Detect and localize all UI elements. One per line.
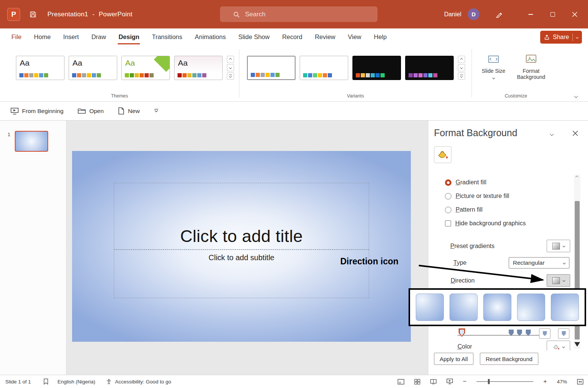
direction-option-from-top-left[interactable] bbox=[416, 294, 444, 321]
variant-1[interactable] bbox=[247, 56, 296, 80]
palette-swatch bbox=[92, 73, 96, 77]
palette-swatch bbox=[87, 73, 91, 77]
picture-texture-fill-option[interactable]: Picture or texture fill bbox=[445, 192, 509, 200]
variant-palette bbox=[409, 73, 437, 77]
themes-more-button[interactable] bbox=[227, 72, 234, 80]
preset-gradients-dropdown[interactable] bbox=[547, 240, 570, 252]
slide-size-button[interactable]: Slide Size bbox=[481, 53, 506, 80]
tab-record[interactable]: Record bbox=[282, 28, 302, 46]
scroll-up-icon[interactable] bbox=[575, 176, 578, 178]
search-box[interactable]: Search bbox=[220, 6, 377, 22]
pen-icon[interactable] bbox=[496, 11, 503, 18]
zoom-out-button[interactable]: − bbox=[463, 378, 467, 385]
slide-editing-surface[interactable]: Click to add title Click to add subtitle bbox=[72, 151, 411, 342]
hide-background-graphics-option[interactable]: Hide background graphics bbox=[445, 220, 526, 227]
tab-design[interactable]: Design bbox=[118, 28, 139, 46]
variants-more-button[interactable] bbox=[458, 72, 465, 80]
theme-office-2[interactable]: Aa bbox=[69, 56, 117, 80]
palette-swatch bbox=[423, 73, 428, 77]
zoom-slider[interactable] bbox=[476, 381, 533, 382]
proofing-icon[interactable] bbox=[43, 379, 49, 385]
reading-view-button[interactable] bbox=[430, 379, 437, 385]
customize-toolbar-icon bbox=[154, 109, 159, 113]
open-button[interactable]: Open bbox=[78, 108, 104, 115]
slideshow-button[interactable] bbox=[447, 379, 453, 385]
reset-background-button[interactable]: Reset Background bbox=[480, 353, 538, 365]
variant-3[interactable] bbox=[352, 56, 401, 80]
themes-scroll-up-button[interactable] bbox=[227, 56, 234, 63]
tab-home[interactable]: Home bbox=[34, 28, 51, 46]
maximize-button[interactable] bbox=[544, 6, 561, 23]
variants-scroll-down-button[interactable] bbox=[458, 64, 465, 71]
powerpoint-logo-icon[interactable]: P bbox=[7, 8, 20, 21]
pane-footer: Apply to All Reset Background bbox=[428, 350, 588, 375]
add-gradient-stop-button[interactable] bbox=[539, 328, 550, 339]
direction-dropdown[interactable] bbox=[547, 274, 570, 287]
scroll-down-icon[interactable] bbox=[574, 341, 580, 347]
zoom-level[interactable]: 47% bbox=[557, 379, 567, 385]
gradient-stops-slider[interactable] bbox=[458, 335, 539, 336]
themes-scroll-down-button[interactable] bbox=[227, 64, 234, 71]
zoom-slider-thumb[interactable] bbox=[488, 379, 490, 384]
fit-to-window-button[interactable] bbox=[577, 379, 583, 385]
collapse-ribbon-icon[interactable] bbox=[574, 94, 578, 98]
close-icon bbox=[572, 12, 577, 17]
theme-ion[interactable]: Aa bbox=[174, 56, 223, 80]
zoom-in-button[interactable]: + bbox=[543, 378, 547, 385]
slide-sorter-button[interactable] bbox=[414, 379, 420, 385]
direction-option-from-top-right[interactable] bbox=[450, 294, 478, 321]
slide-1-thumbnail[interactable] bbox=[15, 131, 48, 152]
palette-swatch bbox=[72, 73, 76, 77]
format-background-button[interactable]: Format Background bbox=[512, 53, 550, 80]
close-button[interactable] bbox=[566, 6, 583, 23]
close-icon bbox=[572, 130, 578, 136]
theme-facet[interactable]: Aa bbox=[121, 56, 170, 80]
tab-transitions[interactable]: Transitions bbox=[152, 28, 182, 46]
title-placeholder[interactable]: Click to add title bbox=[114, 183, 369, 250]
customize-quick-access-button[interactable] bbox=[154, 109, 159, 113]
variant-4[interactable] bbox=[405, 56, 454, 80]
variants-scroll-up-button[interactable] bbox=[458, 56, 465, 63]
chevron-down-icon bbox=[492, 77, 495, 79]
language-status[interactable]: English (Nigeria) bbox=[58, 379, 96, 385]
tab-help[interactable]: Help bbox=[374, 28, 387, 46]
open-label: Open bbox=[89, 108, 104, 115]
tab-slide-show[interactable]: Slide Show bbox=[238, 28, 270, 46]
checkbox-icon bbox=[445, 220, 451, 226]
palette-swatch bbox=[19, 73, 24, 77]
minimize-button[interactable] bbox=[522, 6, 539, 23]
palette-swatch bbox=[44, 73, 48, 77]
theme-office[interactable]: Aa bbox=[16, 56, 64, 80]
direction-option-from-center[interactable] bbox=[483, 294, 511, 321]
save-icon[interactable] bbox=[29, 11, 37, 18]
from-beginning-button[interactable]: From Beginning bbox=[11, 107, 63, 115]
tab-view[interactable]: View bbox=[348, 28, 361, 46]
apply-to-all-button[interactable]: Apply to All bbox=[434, 353, 473, 365]
workspace: 1 Click to add title Click to add subtit… bbox=[0, 121, 588, 375]
pane-collapse-icon[interactable] bbox=[550, 132, 554, 136]
slide-counter[interactable]: Slide 1 of 1 bbox=[5, 379, 31, 385]
tab-draw[interactable]: Draw bbox=[91, 28, 106, 46]
direction-option-from-bottom-left[interactable] bbox=[517, 294, 545, 321]
share-button[interactable]: Share bbox=[540, 31, 582, 44]
gradient-fill-option[interactable]: Gradient fill bbox=[445, 179, 486, 186]
chevron-down-icon[interactable] bbox=[576, 36, 579, 38]
tab-animations[interactable]: Animations bbox=[195, 28, 226, 46]
pane-close-button[interactable] bbox=[572, 130, 578, 138]
direction-option-from-bottom-right[interactable] bbox=[551, 294, 579, 321]
subtitle-placeholder[interactable]: Click to add subtitle bbox=[114, 250, 369, 298]
user-name[interactable]: Daniel bbox=[444, 11, 461, 18]
tab-insert[interactable]: Insert bbox=[63, 28, 79, 46]
pattern-fill-option[interactable]: Pattern fill bbox=[445, 206, 483, 214]
variant-palette bbox=[303, 73, 332, 77]
fill-tab-button[interactable] bbox=[434, 146, 451, 163]
remove-gradient-stop-button[interactable] bbox=[558, 328, 569, 339]
new-button[interactable]: New bbox=[118, 107, 140, 115]
normal-view-button[interactable] bbox=[398, 379, 404, 385]
avatar[interactable]: D bbox=[468, 8, 480, 20]
tab-file[interactable]: File bbox=[11, 28, 22, 46]
palette-swatch bbox=[409, 73, 413, 77]
tab-review[interactable]: Review bbox=[315, 28, 335, 46]
accessibility-status[interactable]: Accessibility: Good to go bbox=[115, 379, 171, 385]
variant-2[interactable] bbox=[300, 56, 348, 80]
